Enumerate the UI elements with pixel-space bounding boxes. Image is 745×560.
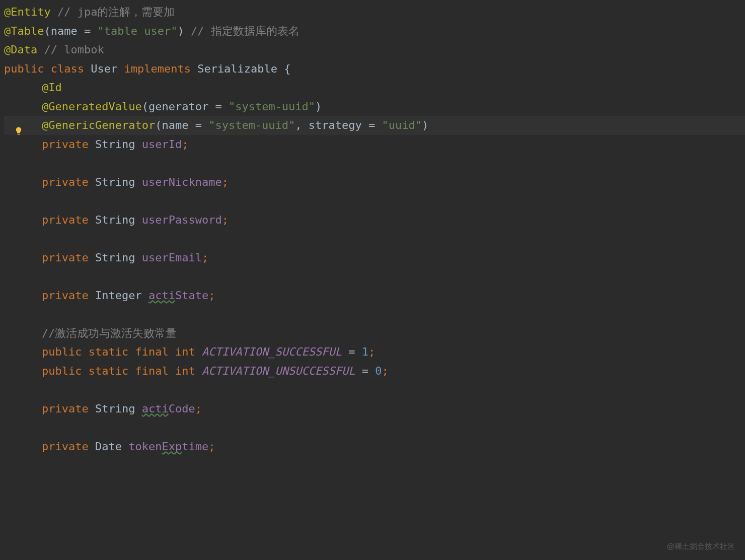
code-line[interactable]: //激活成功与激活失败常量	[4, 324, 745, 343]
semicolon: ;	[222, 173, 229, 191]
code-line-active[interactable]: @GenericGenerator(name = "system-uuid", …	[4, 116, 745, 135]
lightbulb-icon[interactable]	[14, 122, 23, 131]
annotation: @GenericGenerator	[42, 116, 155, 134]
paren: (	[44, 22, 50, 40]
field-name: token	[128, 437, 162, 456]
equals: =	[342, 342, 362, 361]
number: 1	[362, 342, 368, 361]
field-name-typo: acti	[142, 399, 169, 418]
code-line-blank[interactable]	[4, 380, 745, 399]
comment: //激活成功与激活失败常量	[42, 324, 177, 342]
keyword: public	[42, 362, 89, 380]
code-line[interactable]: private Integer actiState;	[4, 286, 745, 305]
type: String	[95, 248, 142, 267]
semicolon: ;	[382, 362, 389, 380]
keyword: private	[42, 399, 95, 418]
code-line[interactable]: @GeneratedValue(generator = "system-uuid…	[4, 97, 745, 116]
field-name-typo: acti	[148, 286, 175, 305]
code-line-blank[interactable]	[4, 418, 745, 437]
keyword: class	[51, 59, 91, 78]
editor-gutter	[0, 0, 30, 456]
field-name: State	[175, 286, 208, 305]
code-line-blank[interactable]	[4, 267, 745, 286]
string: "system-uuid"	[208, 116, 295, 134]
code-line[interactable]: @Id	[4, 78, 745, 97]
keyword: private	[42, 135, 95, 154]
keyword: public	[42, 342, 89, 361]
keyword: implements	[124, 59, 197, 78]
watermark: @稀土掘金技术社区	[667, 540, 735, 553]
code-line[interactable]: @Table(name = "table_user") // 指定数据库的表名	[4, 22, 745, 41]
comment: // 指定数据库的表名	[184, 22, 300, 40]
semicolon: ;	[182, 135, 188, 154]
comment: // lombok	[37, 40, 104, 59]
code-line[interactable]: private String actiCode;	[4, 399, 745, 418]
constant-name: ACTIVATION_UNSUCCESSFUL	[202, 362, 355, 380]
code-line[interactable]: public static final int ACTIVATION_UNSUC…	[4, 362, 745, 381]
code-line[interactable]: @Data // lombok	[4, 40, 745, 59]
semicolon: ;	[222, 211, 229, 229]
param-name: strategy	[309, 116, 362, 134]
code-line[interactable]: private String userNickname;	[4, 173, 745, 192]
code-content[interactable]: @Entity // jpa的注解，需要加 @Table(name = "tab…	[0, 3, 745, 456]
type: String	[95, 173, 142, 191]
keyword: private	[42, 173, 95, 191]
code-line[interactable]: @Entity // jpa的注解，需要加	[4, 3, 745, 22]
equals: =	[362, 116, 382, 134]
string: "uuid"	[382, 116, 422, 134]
type: String	[95, 399, 142, 418]
code-line[interactable]: public class User implements Serializabl…	[4, 59, 745, 79]
class-name: User	[91, 59, 124, 78]
code-line[interactable]: private String userEmail;	[4, 248, 745, 267]
string: "system-uuid"	[229, 97, 315, 116]
equals: =	[208, 97, 229, 116]
field-name: Code	[169, 399, 195, 418]
number: 0	[375, 362, 382, 380]
field-name: userEmail	[142, 248, 202, 267]
param-name: name	[51, 22, 78, 40]
brace: {	[284, 59, 290, 78]
code-line-blank[interactable]	[4, 229, 745, 248]
field-name: userNickname	[142, 173, 222, 191]
paren: )	[177, 22, 184, 40]
paren: (	[155, 116, 162, 134]
keyword: final	[135, 362, 175, 380]
code-line[interactable]: private Date tokenExptime;	[4, 437, 745, 456]
keyword: int	[175, 342, 202, 361]
code-line[interactable]: public static final int ACTIVATION_SUCCE…	[4, 342, 745, 362]
field-name: userId	[142, 135, 182, 154]
keyword: static	[89, 342, 135, 361]
string: "table_user"	[97, 22, 177, 40]
code-editor[interactable]: @Entity // jpa的注解，需要加 @Table(name = "tab…	[0, 0, 745, 456]
code-line-blank[interactable]	[4, 154, 745, 173]
paren: (	[142, 97, 148, 116]
semicolon: ;	[208, 437, 215, 456]
equals: =	[78, 22, 98, 40]
comma: ,	[295, 116, 309, 134]
interface-name: Serializable	[197, 59, 284, 78]
semicolon: ;	[208, 286, 215, 305]
keyword: final	[135, 342, 175, 361]
field-name: time	[182, 437, 208, 456]
constant-name: ACTIVATION_SUCCESSFUL	[202, 342, 342, 361]
code-line[interactable]: private String userPassword;	[4, 211, 745, 230]
keyword: int	[175, 362, 202, 380]
code-line[interactable]: private String userId;	[4, 135, 745, 154]
paren: )	[315, 97, 322, 116]
equals: =	[355, 362, 376, 380]
type: Integer	[95, 286, 148, 305]
annotation: @GeneratedValue	[42, 97, 142, 116]
paren: )	[422, 116, 428, 134]
semicolon: ;	[202, 248, 208, 267]
annotation: @Id	[42, 78, 62, 97]
field-name-typo: Exp	[162, 437, 182, 456]
keyword: static	[89, 362, 135, 380]
keyword: private	[42, 248, 95, 267]
param-name: name	[162, 116, 188, 134]
code-line-blank[interactable]	[4, 191, 745, 211]
code-line-blank[interactable]	[4, 305, 745, 324]
field-name: userPassword	[142, 211, 222, 229]
keyword: private	[42, 211, 95, 229]
type: Date	[95, 437, 128, 456]
type: String	[95, 211, 142, 229]
